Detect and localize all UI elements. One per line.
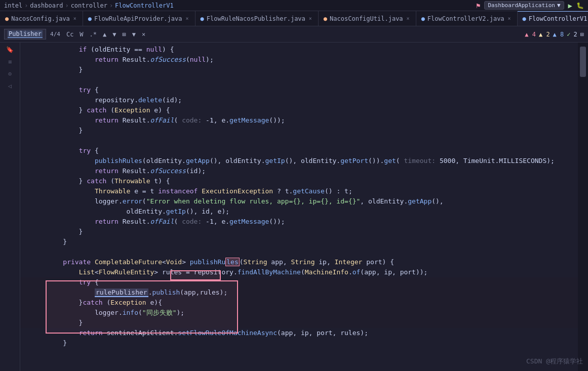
search-input-container: Publisher [4, 29, 46, 39]
tab-close-flowruleapi[interactable]: × [184, 15, 189, 22]
tab-icon-nacosconfigutil: ● [324, 15, 327, 22]
tab-close-nacosconfigutil[interactable]: × [406, 15, 411, 22]
tab-flowruleapi[interactable]: ● FlowRuleApiProvider.java × [83, 11, 195, 26]
warning-count-label: ▲ 2 [539, 31, 550, 38]
code-wrapper[interactable]: if (oldEntity == null) { return Result.o… [20, 43, 578, 371]
tab-icon-flowcontrollerv1: ● [523, 15, 526, 22]
search-bar: Publisher 4/4 Cc W .* ▲ ▼ ⊞ ▼ × ▲ 4 ▲ 2 … [0, 26, 588, 43]
breadcrumb: intel › dashboard › controller › FlowCon… [4, 2, 174, 9]
select-all-icon[interactable]: ⊞ [121, 30, 128, 39]
line-row: } [20, 126, 578, 136]
regex-icon[interactable]: .* [88, 30, 99, 39]
line-row [20, 247, 578, 257]
line-row: } [20, 338, 578, 348]
tab-icon-flowrulenacos: ● [201, 15, 204, 22]
error-count: 4 [532, 31, 536, 38]
line-row: logger.error("Error when deleting flow r… [20, 196, 578, 207]
checks-count: 2 [574, 31, 577, 38]
line-row: Throwable e = t instanceof ExecutionExce… [20, 186, 578, 196]
tab-icon-nacosconfig: ● [5, 15, 9, 22]
main-area: 🔖 ≡ ⊙ ◁ if (oldEntity == null) { return … [0, 43, 588, 371]
tab-nacosconfig[interactable]: ● NacosConfig.java × [0, 11, 83, 26]
line-row: logger.info("同步失败"); [20, 308, 578, 318]
whole-word-icon[interactable]: W [77, 30, 85, 39]
debug-icon[interactable]: 🐛 [576, 2, 584, 9]
line-row [20, 75, 578, 85]
warning-count: 2 [546, 31, 550, 38]
line-row [20, 136, 578, 146]
app-dropdown-label: DashboardApplication [488, 2, 555, 9]
gutter-breakpoint[interactable]: ⊙ [5, 69, 15, 79]
filter-icon[interactable]: ▼ [130, 30, 138, 39]
line-row: } catch (Exception e) { [20, 105, 578, 115]
tab-label-flowruleapi: FlowRuleApiProvider.java [94, 15, 182, 22]
line-row: return sentinelApiClient.setFlowRuleOfMa… [20, 328, 578, 338]
info-count: 8 [560, 31, 564, 38]
line-row: try { [20, 146, 578, 156]
breadcrumb-dashboard[interactable]: dashboard [30, 2, 63, 9]
close-search-icon[interactable]: × [140, 30, 147, 39]
line-row: private CompletableFuture<Void> publishR… [20, 257, 578, 267]
tab-flowcontrollerv2[interactable]: ● FlowControllerV2.java × [416, 11, 518, 26]
prev-match-icon[interactable]: ▲ [101, 30, 108, 39]
run-icon[interactable]: ▶ [568, 2, 572, 10]
line-row: } [20, 65, 578, 75]
sep2: › [65, 2, 68, 9]
line-row: return Result.ofSuccess(null); [20, 55, 578, 65]
error-count-label: ▲ 4 [525, 31, 536, 38]
line-row: return Result.ofSuccess(id); [20, 166, 578, 176]
tab-nacosconfigutil[interactable]: ● NacosConfigUtil.java × [319, 11, 416, 26]
app-dropdown[interactable]: DashboardApplication ▼ [484, 1, 564, 10]
line-row: rulePublisher.publish(app,rules); [20, 287, 578, 298]
search-icons: Cc W .* ▲ ▼ ⊞ ▼ × [64, 30, 147, 39]
tab-label-flowcontrollerv2: FlowControllerV2.java [427, 15, 504, 22]
line-row: } catch (Throwable t) { [20, 176, 578, 186]
scrollbar-thumb[interactable] [580, 47, 586, 77]
line-row: return Result.ofFail( code: -1, e.getMes… [20, 115, 578, 126]
breadcrumb-current: FlowControllerV1 [115, 2, 174, 9]
breadcrumb-right: ⚑ DashboardApplication ▼ ▶ 🐛 [476, 1, 584, 10]
tab-flowcontrollerv1[interactable]: ● FlowControllerV1.java × [518, 11, 588, 26]
nav-icon: ⚑ [476, 2, 480, 10]
breadcrumb-bar: intel › dashboard › controller › FlowCon… [0, 0, 588, 11]
tab-icon-flowcontrollerv2: ● [421, 15, 425, 22]
sep1: › [24, 2, 28, 9]
line-row: List<FlowRuleEntity> rules = repository.… [20, 267, 578, 277]
search-term: Publisher [8, 30, 43, 38]
line-row: return Result.ofFail( code: -1, e.getMes… [20, 217, 578, 227]
line-row: } [20, 318, 578, 328]
search-counter: 4/4 [50, 31, 60, 37]
tab-close-flowcontrollerv2[interactable]: × [507, 15, 512, 22]
breadcrumb-controller[interactable]: controller [71, 2, 107, 9]
next-match-icon[interactable]: ▼ [110, 30, 118, 39]
line-row: if (oldEntity == null) { [20, 45, 578, 55]
tab-flowrulenacos[interactable]: ● FlowRuleNacosPublisher.java × [195, 11, 319, 26]
watermark: CSDN @程序猿学社 [526, 357, 583, 366]
tab-bar: ● NacosConfig.java × ● FlowRuleApiProvid… [0, 11, 588, 26]
line-row: repository.delete(id); [20, 95, 578, 105]
left-gutter: 🔖 ≡ ⊙ ◁ [0, 43, 20, 371]
tab-label-nacosconfig: NacosConfig.java [11, 15, 70, 22]
breadcrumb-intel[interactable]: intel [4, 2, 22, 9]
expand-icon[interactable]: ⊞ [580, 31, 584, 38]
line-row: try { [20, 277, 578, 287]
line-row: } [20, 227, 578, 237]
case-sensitive-icon[interactable]: Cc [64, 30, 75, 39]
info-count-label: ▲ 8 [553, 31, 564, 38]
chevron-down-icon: ▼ [557, 2, 561, 9]
gutter-fold[interactable]: ◁ [5, 81, 15, 91]
tab-label-nacosconfigutil: NacosConfigUtil.java [330, 15, 403, 22]
right-panel [578, 43, 588, 371]
code-content: if (oldEntity == null) { return Result.o… [20, 43, 578, 350]
line-row: } [20, 237, 578, 247]
tab-close-nacosconfig[interactable]: × [72, 15, 77, 22]
line-row: }catch (Exception e){ [20, 298, 578, 308]
sep3: › [109, 2, 113, 9]
line-row: try { [20, 85, 578, 95]
tab-close-flowrulenacos[interactable]: × [308, 15, 313, 22]
tab-label-flowrulenacos: FlowRuleNacosPublisher.java [207, 15, 305, 22]
tab-label-flowcontrollerv1: FlowControllerV1.java [529, 15, 588, 22]
gutter-bookmark[interactable]: 🔖 [5, 45, 15, 55]
tab-icon-flowruleapi: ● [88, 15, 92, 22]
gutter-structure[interactable]: ≡ [5, 57, 15, 67]
